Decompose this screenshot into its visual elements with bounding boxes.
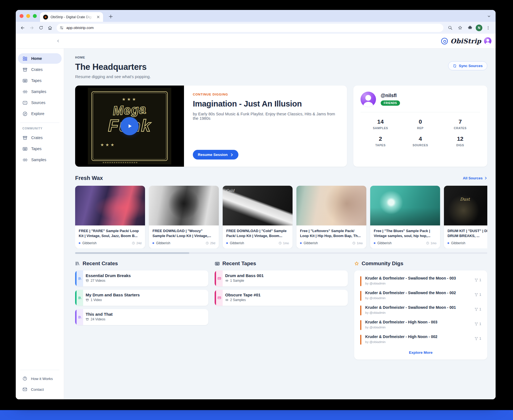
video-thumbnail[interactable]: Mega Funk bbox=[75, 86, 184, 167]
browser-tabstrip: ObiStrip - Digital Crate Digge bbox=[16, 10, 496, 22]
crate-title: This and That bbox=[86, 312, 113, 317]
sidebar-item-how-it-works[interactable]: How it Works bbox=[18, 373, 62, 384]
crate-count: 27 Videos bbox=[86, 279, 131, 283]
close-window-button[interactable] bbox=[20, 14, 23, 18]
crate-icon bbox=[22, 135, 28, 140]
user-avatar[interactable] bbox=[484, 37, 491, 45]
card-title: Free | "The Blues" Sample Pack | Vintage… bbox=[374, 228, 436, 239]
new-tab-button[interactable] bbox=[107, 13, 114, 20]
stars-decoration bbox=[122, 97, 137, 102]
profile-avatar[interactable] bbox=[361, 92, 376, 107]
sync-sources-button[interactable]: Sync Sources bbox=[448, 61, 487, 70]
sidebar-item-explore[interactable]: Explore bbox=[18, 108, 62, 119]
search-icon[interactable] bbox=[446, 24, 454, 32]
dig-author: by @obiadmin bbox=[365, 282, 474, 285]
fresh-wax-card[interactable]: FREE DOWNLOAD | "Woozy" Sample Pack/ Loo… bbox=[149, 186, 219, 248]
sidebar-item-crates[interactable]: Crates bbox=[18, 64, 62, 75]
dig-title: Kruder & Dorfmeister - Swallowed the Moo… bbox=[365, 276, 474, 280]
card-source: Gibberish bbox=[226, 241, 244, 245]
horizontal-scrollbar[interactable] bbox=[75, 252, 487, 254]
browser-tab[interactable]: ObiStrip - Digital Crate Digge bbox=[40, 12, 103, 22]
crate-list-item[interactable]: This and That 24 Videos bbox=[75, 309, 208, 325]
bookmark-star-icon[interactable] bbox=[456, 24, 464, 32]
sidebar-divider bbox=[20, 370, 59, 370]
stat-crates: 7CRATES bbox=[440, 118, 480, 130]
profile-handle: @nilsfl bbox=[381, 93, 400, 99]
explore-more-link[interactable]: Explore More bbox=[360, 347, 481, 357]
all-sources-label: All Sources bbox=[463, 176, 483, 180]
fresh-wax-card-row: FREE | "RARE" Sample Pack/ Loop Kit | Vi… bbox=[75, 186, 487, 248]
extensions-puzzle-icon[interactable] bbox=[466, 24, 474, 32]
fresh-wax-card[interactable]: Dust DRUM KIT | "DUST" | DRUM LOOPS, DRU… bbox=[444, 186, 487, 248]
all-sources-link[interactable]: All Sources bbox=[463, 176, 487, 180]
dig-list-item[interactable]: Kruder & Dorfmeister - Swallowed the Moo… bbox=[360, 303, 481, 318]
source-dot-icon bbox=[152, 242, 154, 244]
fresh-wax-card[interactable]: Free | "Leftovers" Sample Pack/ Loop Kit… bbox=[296, 186, 366, 248]
profile-card: @nilsfl FRIENDS 14SAMPLES 0REP 7CRATES 2… bbox=[353, 86, 487, 167]
sidebar-item-sources[interactable]: Sources bbox=[18, 97, 62, 108]
dig-author: by @obiadmin bbox=[365, 296, 474, 300]
window-controls bbox=[20, 14, 37, 18]
stars-decoration bbox=[100, 142, 159, 156]
recent-tapes-heading: Recent Tapes bbox=[222, 260, 256, 267]
community-section-label: COMMUNITY bbox=[16, 126, 64, 132]
fresh-wax-card[interactable]: Cold FREE DOWNLOAD | "Cold" Sample Pack/… bbox=[223, 186, 293, 248]
back-icon[interactable] bbox=[19, 24, 27, 32]
fresh-wax-card[interactable]: Free | "The Blues" Sample Pack | Vintage… bbox=[370, 186, 440, 248]
menu-kebab-icon[interactable] bbox=[484, 24, 492, 32]
card-source: Gibberish bbox=[448, 241, 465, 245]
crate-list-item[interactable]: Essential Drum Breaks 27 Videos bbox=[75, 270, 208, 286]
stat-sources: 4SOURCES bbox=[400, 135, 440, 147]
dig-title: Kruder & Dorfmeister - High Noon - 003 bbox=[365, 320, 474, 324]
dig-list-item[interactable]: Kruder & Dorfmeister - Swallowed the Moo… bbox=[360, 274, 481, 288]
browser-profile-avatar[interactable]: N bbox=[476, 25, 482, 31]
dig-list-item[interactable]: Kruder & Dorfmeister - High Noon - 002 b… bbox=[360, 332, 481, 347]
card-title: FREE | "RARE" Sample Pack/ Loop Kit | Vi… bbox=[79, 228, 141, 239]
dig-list-item[interactable]: Kruder & Dorfmeister - High Noon - 003 b… bbox=[360, 318, 481, 332]
play-button[interactable] bbox=[120, 117, 139, 135]
site-settings-icon[interactable] bbox=[59, 26, 64, 30]
sidebar-item-community-samples[interactable]: Samples bbox=[18, 155, 62, 165]
resume-session-button[interactable]: Resume Session bbox=[193, 150, 238, 160]
dig-count: 1 bbox=[474, 337, 481, 341]
album-art-title-line1: Mega bbox=[112, 101, 147, 118]
sidebar-item-label: Crates bbox=[31, 67, 43, 72]
fresh-wax-heading: Fresh Wax bbox=[75, 175, 103, 181]
dig-author: by @obiadmin bbox=[365, 340, 474, 344]
sidebar-item-label: How it Works bbox=[31, 377, 53, 381]
app-topbar: ObiStrip bbox=[16, 34, 496, 49]
stat-samples: 14SAMPLES bbox=[361, 118, 400, 130]
sidebar-item-tapes[interactable]: Tapes bbox=[18, 75, 62, 86]
sidebar-item-community-crates[interactable]: Crates bbox=[18, 132, 62, 143]
dig-list-item[interactable]: Kruder & Dorfmeister - Swallowed the Moo… bbox=[360, 288, 481, 303]
resume-session-label: Resume Session bbox=[198, 153, 228, 157]
minimize-window-button[interactable] bbox=[26, 14, 30, 18]
compass-icon bbox=[22, 111, 28, 116]
url-bar[interactable]: app.obistrip.com bbox=[57, 24, 443, 32]
tape-title: Obscure Tape #01 bbox=[225, 293, 261, 297]
fresh-wax-card[interactable]: FREE | "RARE" Sample Pack/ Loop Kit | Vi… bbox=[75, 186, 145, 248]
tape-list-item[interactable]: Drum and Bass 001 1 Sample bbox=[215, 270, 348, 286]
card-title: DRUM KIT | "DUST" | DRUM LOOPS, DRUM BRE… bbox=[448, 228, 487, 239]
sidebar-item-contact[interactable]: Contact bbox=[18, 384, 62, 395]
sidebar-collapse-icon[interactable] bbox=[55, 38, 61, 44]
scrollbar-thumb[interactable] bbox=[75, 252, 189, 254]
sidebar-item-label: Crates bbox=[31, 135, 43, 140]
tab-close-icon[interactable] bbox=[96, 15, 101, 19]
forward-icon[interactable] bbox=[28, 24, 36, 32]
source-dot-icon bbox=[448, 242, 449, 244]
zoom-window-button[interactable] bbox=[33, 14, 37, 18]
sidebar-item-samples[interactable]: Samples bbox=[18, 86, 62, 97]
hero-byline: by Early 80s Soul Music & Funk Playlist.… bbox=[193, 112, 339, 121]
sidebar-item-community-tapes[interactable]: Tapes bbox=[18, 143, 62, 154]
sidebar-item-home[interactable]: Home bbox=[18, 53, 62, 64]
card-title: FREE DOWNLOAD | "Cold" Sample Pack/ Loop… bbox=[226, 228, 289, 239]
crate-list-item[interactable]: My Drum and Bass Starters 1 Video bbox=[75, 290, 208, 306]
sidebar-item-label: Home bbox=[31, 56, 42, 61]
home-icon[interactable] bbox=[46, 24, 54, 32]
card-age: 1mo bbox=[426, 241, 436, 245]
tape-list-item[interactable]: Obscure Tape #01 2 Samples bbox=[215, 290, 348, 306]
reload-icon[interactable] bbox=[37, 24, 45, 32]
tab-search-chevron-icon[interactable] bbox=[486, 13, 492, 19]
crate-tile-icon bbox=[77, 270, 83, 286]
